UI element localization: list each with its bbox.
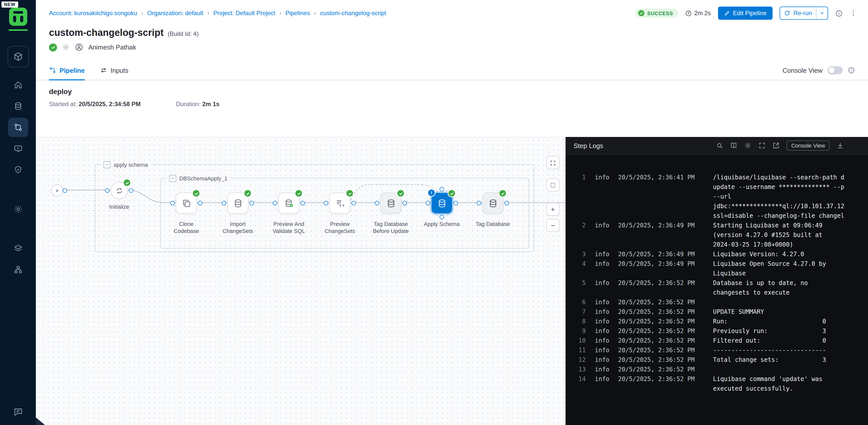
clock-icon [685, 10, 692, 17]
pipeline-step-apply-schema[interactable]: i Apply Schema [420, 193, 464, 227]
pipelines-icon[interactable] [8, 118, 28, 137]
step-label: Tag Database Before Update [371, 220, 410, 234]
log-row: 9info20/5/2025, 2:36:52 PMPreviously run… [574, 327, 868, 336]
log-line-number: 8 [574, 317, 586, 327]
changeset-script-icon [335, 198, 345, 208]
chat-icon[interactable] [13, 407, 23, 419]
chevron-right-icon: › [142, 9, 144, 17]
rerun-button[interactable]: Re-run [780, 6, 828, 20]
info-icon[interactable] [835, 9, 843, 17]
chevron-right-icon: › [279, 9, 281, 17]
log-level: info [595, 327, 612, 336]
pipeline-step-preview-changesets[interactable]: Preview ChangeSets [318, 193, 362, 234]
breadcrumb-pipelines[interactable]: Pipelines [285, 9, 310, 17]
success-check-icon [397, 190, 404, 197]
log-time: 20/5/2025, 2:36:52 PM [618, 336, 707, 346]
zoom-out-icon[interactable] [546, 219, 559, 232]
pipeline-step-import-changesets[interactable]: Import ChangeSets [216, 193, 259, 234]
step-label: Clone Codebase [167, 220, 206, 234]
breadcrumb-project[interactable]: Project: Default Project [213, 9, 275, 17]
log-row: 14info20/5/2025, 2:36:52 PMLiquibase com… [574, 374, 868, 394]
log-row: 1info20/5/2025, 2:36:41 PM/liquibase/liq… [574, 173, 868, 221]
tab-pipeline[interactable]: Pipeline [49, 61, 85, 80]
breadcrumb-organization[interactable]: Organization: default [148, 9, 204, 17]
log-message: Run: 0 [713, 317, 826, 327]
elapsed-time: 2m 2s [685, 9, 711, 17]
chevron-down-icon[interactable] [816, 7, 828, 19]
step-label: Preview And Validate SQL [269, 220, 309, 234]
collapse-group-icon[interactable]: − [169, 175, 176, 182]
console-view-label: Console View [782, 66, 823, 74]
log-time: 20/5/2025, 2:36:52 PM [618, 317, 707, 327]
pipeline-step-clone-codebase[interactable]: Clone Codebase [165, 193, 208, 234]
edit-pipeline-button[interactable]: Edit Pipeline [718, 6, 773, 20]
started-value: 20/5/2025, 2:34:58 PM [79, 101, 141, 108]
services-icon[interactable] [8, 96, 28, 116]
pipeline-step-initialize[interactable]: Initialize [97, 182, 141, 210]
marquee-select-icon[interactable] [546, 178, 559, 192]
started-at: Started at: 20/5/2025, 2:34:58 PM [49, 101, 141, 108]
pipeline-step-preview-and-validate-sql[interactable]: Preview And Validate SQL [267, 193, 311, 234]
org-structure-icon[interactable] [8, 260, 28, 280]
zoom-in-icon[interactable] [546, 203, 559, 216]
database-check-icon [284, 198, 293, 208]
page-title: custom-changelog-script [49, 27, 164, 38]
group-label: apply schema [114, 162, 148, 168]
log-time: 20/5/2025, 2:36:49 PM [618, 221, 707, 230]
pencil-icon [724, 10, 730, 16]
gear-icon[interactable] [62, 44, 70, 51]
success-check-icon [244, 190, 251, 197]
tab-inputs[interactable]: Inputs [100, 61, 128, 80]
rerun-main[interactable]: Re-run [780, 7, 816, 19]
build-id: (Build Id: 4) [168, 30, 199, 37]
pipeline-step-tag-database-before-update[interactable]: Tag Database Before Update [369, 193, 412, 234]
search-icon[interactable] [716, 142, 723, 149]
log-time: 20/5/2025, 2:36:52 PM [618, 327, 707, 336]
log-line-number: 3 [574, 250, 586, 259]
edit-pipeline-label: Edit Pipeline [733, 9, 767, 17]
clone-icon [182, 198, 191, 208]
security-icon[interactable] [8, 160, 28, 179]
settings-icon[interactable] [8, 200, 28, 219]
kebab-menu-icon[interactable] [850, 9, 857, 17]
log-level: info [595, 307, 612, 317]
executions-icon[interactable] [8, 139, 28, 158]
log-time: 20/5/2025, 2:36:52 PM [618, 365, 707, 374]
author-name: Animesh Pathak [88, 44, 136, 51]
breadcrumb-account[interactable]: Account: kurosakiichigo.songoku [49, 9, 137, 17]
fit-to-screen-icon[interactable] [546, 156, 559, 169]
build-meta-row: Animesh Pathak [49, 43, 855, 52]
log-row: 3info20/5/2025, 2:36:49 PMLiquibase Vers… [574, 250, 868, 259]
breadcrumb-current-pipeline[interactable]: custom-changelog-script [320, 9, 386, 17]
collapse-group-icon[interactable]: − [103, 161, 111, 168]
log-level: info [595, 250, 612, 259]
fullscreen-icon[interactable] [758, 142, 766, 149]
pipeline-step-tag-database[interactable]: Tag Database [471, 193, 515, 227]
step-label: Initialize [99, 203, 139, 210]
book-icon[interactable] [730, 142, 737, 149]
pipeline-canvas[interactable]: − apply schema − DBSchemaApply_1 [36, 137, 565, 425]
success-check-icon [448, 190, 455, 197]
success-check-icon [296, 190, 302, 197]
log-time: 20/5/2025, 2:36:52 PM [618, 374, 707, 384]
download-icon[interactable] [837, 142, 844, 149]
log-row: 7info20/5/2025, 2:36:52 PMUPDATE SUMMARY [574, 307, 868, 317]
info-icon[interactable] [848, 67, 855, 74]
console-view-toggle[interactable] [828, 66, 843, 74]
gear-icon[interactable] [744, 142, 751, 149]
log-row: 8info20/5/2025, 2:36:52 PMRun: 0 [574, 317, 868, 327]
cube-module-icon[interactable] [7, 46, 29, 67]
external-link-icon[interactable] [773, 142, 780, 149]
harness-logo[interactable] [8, 7, 28, 26]
step-info-badge: i [428, 190, 435, 196]
stage-info: deploy Started at: 20/5/2025, 2:34:58 PM… [36, 80, 868, 108]
console-view-button[interactable]: Console View [787, 141, 830, 150]
templates-icon[interactable] [8, 239, 28, 258]
pipeline-start-node[interactable] [51, 185, 63, 197]
step-label: Tag Database [473, 220, 513, 227]
success-check-icon [346, 190, 353, 197]
step-logs-header: Step Logs Console View [565, 137, 868, 154]
log-output[interactable]: 1info20/5/2025, 2:36:41 PM/liquibase/liq… [565, 154, 868, 425]
pipeline-success-icon [49, 43, 57, 51]
home-icon[interactable] [8, 75, 28, 94]
